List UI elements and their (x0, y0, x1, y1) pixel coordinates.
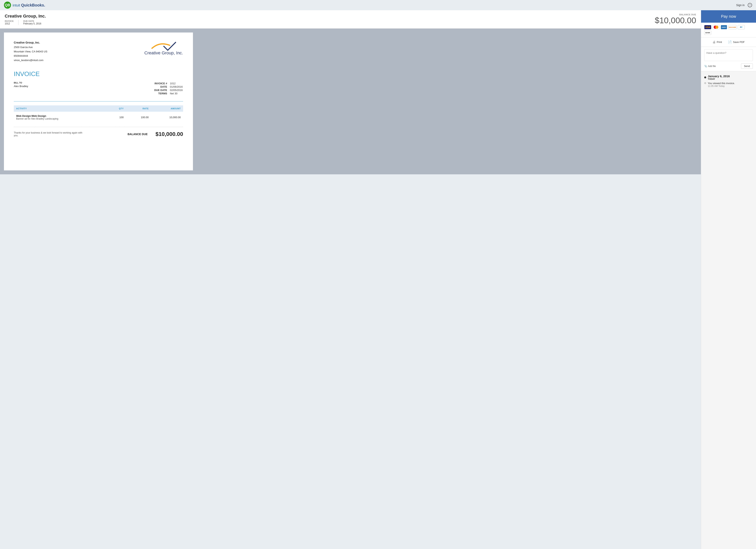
right-sidebar: Pay now VISA AMEX DISCOVER PP BANK (701, 10, 756, 549)
mc-right-circle (715, 26, 718, 29)
sender-address1: 2500 Garcia Ave (14, 45, 47, 49)
bill-to: BILL TO Alex Bradley (14, 82, 28, 95)
invoice-details-table: INVOICE # 1012 DATE 01/06/2016 DUE DATE … (154, 82, 183, 95)
detail-value-due-date: 02/05/2016 (170, 89, 183, 92)
discover-icon: DISCOVER (728, 25, 737, 29)
dotted-divider (14, 127, 183, 127)
logo-text: intuit QuickBooks. (13, 3, 45, 7)
activity-entry: You viewed this invoice. 11:05 AM Today (704, 82, 753, 87)
paypal-icon: PP (738, 25, 745, 29)
print-button[interactable]: 🖨 Print (712, 40, 722, 44)
question-footer: 📎 Add file Send (704, 63, 753, 69)
invoice-number: 1012 (5, 22, 14, 25)
company-name: Creative Group, Inc. (5, 14, 46, 19)
table-header-row: ACTIVITY QTY RATE AMOUNT (14, 105, 183, 112)
detail-label-terms: TERMS (154, 92, 169, 95)
mastercard-icon (712, 25, 720, 29)
detail-value-invoice: 1012 (170, 82, 183, 85)
activity-date-text: January 6, 2016 (708, 74, 730, 78)
brand-logo: Creative Group, Inc. (144, 40, 183, 56)
payment-icons: VISA AMEX DISCOVER PP BANK (701, 23, 756, 37)
print-icon: 🖨 (712, 40, 716, 44)
brand-logo-svg (148, 40, 180, 51)
bank-icon: BANK (704, 31, 711, 35)
detail-row-terms: TERMS Net 30 (154, 92, 183, 95)
sender-address2: Mountain View, CA 94043 US (14, 49, 47, 54)
due-date-value: February 5, 2016 (23, 22, 41, 25)
balance-due-footer-label: BALANCE DUE (128, 132, 148, 136)
activity-dot (704, 76, 706, 78)
sender-phone: 6509444444 (14, 54, 47, 58)
item-description: Banner ad for Alex Bradley Landscaping (16, 117, 105, 120)
invoice-meta: INVOICE 1012 DUE DATE February 5, 2016 (5, 20, 46, 25)
bill-to-name: Alex Bradley (14, 85, 28, 88)
sender-info: Creative Group, Inc. 2500 Garcia Ave Mou… (14, 40, 47, 62)
invoice-document: Creative Group, Inc. 2500 Garcia Ave Mou… (4, 32, 193, 170)
line-items-table: ACTIVITY QTY RATE AMOUNT Web Design:Web … (14, 105, 183, 123)
bill-to-label: BILL TO (14, 82, 28, 84)
meta-due-date: DUE DATE February 5, 2016 (23, 20, 41, 25)
question-input[interactable] (704, 49, 753, 61)
sender-company: Creative Group, Inc. (14, 40, 47, 45)
detail-row-date: DATE 01/06/2016 (154, 85, 183, 88)
sign-in-link[interactable]: Sign in (736, 4, 745, 7)
balance-amount: $10,000.00 (655, 16, 696, 25)
balance-due-footer-amount: $10,000.00 (156, 131, 183, 137)
save-pdf-button[interactable]: 📄 Save PDF (728, 40, 745, 44)
detail-value-terms: Net 30 (170, 92, 183, 95)
save-pdf-icon: 📄 (728, 40, 732, 44)
detail-label-date: DATE (154, 85, 169, 88)
item-name: Web Design:Web Design (16, 114, 105, 117)
col-activity: ACTIVITY (14, 105, 107, 112)
item-rate: 100.00 (126, 112, 151, 123)
visa-icon: VISA (704, 25, 711, 29)
bill-details: BILL TO Alex Bradley INVOICE # 1012 DATE… (14, 82, 183, 95)
balance-due-label: BALANCE DUE (655, 13, 696, 16)
invoice-label: INVOICE (5, 20, 14, 22)
nav-right: Sign in ? (736, 3, 752, 7)
logo-area: QB intuit QuickBooks. (4, 2, 45, 9)
top-navigation: QB intuit QuickBooks. Sign in ? (0, 0, 756, 10)
add-file-label: Add file (708, 65, 716, 68)
header-balance: BALANCE DUE $10,000.00 (655, 13, 696, 25)
item-amount: 10,000.00 (151, 112, 183, 123)
save-pdf-label: Save PDF (733, 41, 745, 44)
invoice-footer: Thanks for your business & we look forwa… (14, 131, 183, 137)
quickbooks-logo-icon: QB (4, 2, 11, 9)
meta-invoice: INVOICE 1012 (5, 20, 14, 25)
detail-value-date: 01/06/2016 (170, 85, 183, 88)
item-activity: Web Design:Web Design Banner ad for Alex… (14, 112, 107, 123)
col-qty: QTY (107, 105, 126, 112)
item-qty: 100 (107, 112, 126, 123)
help-icon[interactable]: ? (748, 3, 752, 7)
detail-row-invoice: INVOICE # 1012 (154, 82, 183, 85)
paperclip-icon: 📎 (704, 65, 707, 68)
invoice-doc-wrapper: Creative Group, Inc. 2500 Garcia Ave Mou… (0, 29, 701, 174)
meta-divider (18, 20, 19, 25)
send-button[interactable]: Send (741, 63, 753, 69)
activity-section: January 6, 2016 TODAY You viewed this in… (701, 71, 756, 91)
main-layout: Creative Group, Inc. INVOICE 1012 DUE DA… (0, 10, 756, 549)
brand-name: Creative Group, Inc. (144, 50, 183, 56)
detail-row-due-date: DUE DATE 02/05/2016 (154, 89, 183, 92)
detail-label-due-date: DUE DATE (154, 89, 169, 92)
question-area: 📎 Add file Send (701, 47, 756, 71)
detail-label-invoice: INVOICE # (154, 82, 169, 85)
header-left: Creative Group, Inc. INVOICE 1012 DUE DA… (5, 14, 46, 25)
col-amount: AMOUNT (151, 105, 183, 112)
svg-text:QB: QB (5, 3, 10, 7)
action-buttons: 🖨 Print 📄 Save PDF (701, 37, 756, 47)
activity-entry-time: 11:05 AM Today (708, 85, 735, 87)
invoice-area: Creative Group, Inc. INVOICE 1012 DUE DA… (0, 10, 701, 549)
sender-email: vince_teodoro@intuit.com (14, 58, 47, 62)
pay-now-button[interactable]: Pay now (701, 10, 756, 23)
invoice-header-bar: Creative Group, Inc. INVOICE 1012 DUE DA… (0, 10, 701, 29)
print-label: Print (717, 41, 722, 44)
table-row: Web Design:Web Design Banner ad for Alex… (14, 112, 183, 123)
invoice-details: INVOICE # 1012 DATE 01/06/2016 DUE DATE … (154, 82, 183, 95)
footer-note: Thanks for your business & we look forwa… (14, 131, 83, 137)
col-rate: RATE (126, 105, 151, 112)
activity-entry-text: You viewed this invoice. (708, 82, 735, 85)
add-file-button[interactable]: 📎 Add file (704, 65, 716, 68)
amex-icon: AMEX (721, 25, 727, 29)
